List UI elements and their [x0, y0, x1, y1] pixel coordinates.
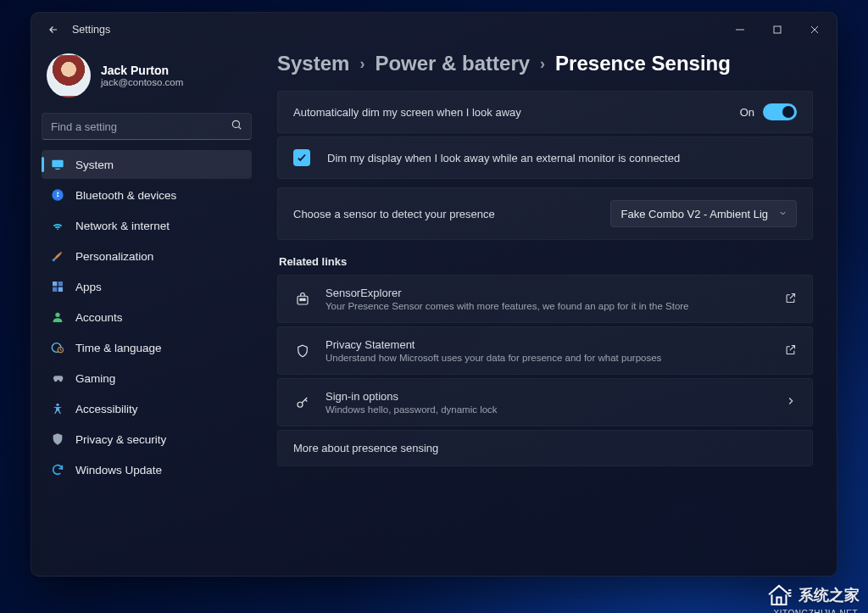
person-icon	[50, 309, 65, 325]
sidebar-item-gaming[interactable]: Gaming	[42, 364, 252, 393]
watermark: 系统之家 XITONGZHIJIA.NET	[765, 582, 860, 608]
gamepad-icon	[50, 371, 65, 386]
nav-list: System Bluetooth & devices Network & int…	[42, 150, 252, 484]
sidebar-item-label: Gaming	[75, 372, 115, 385]
breadcrumb: System › Power & battery › Presence Sens…	[277, 52, 813, 75]
setting-label: Choose a sensor to detect your presence	[293, 208, 597, 220]
sidebar-item-label: Network & internet	[75, 220, 170, 232]
profile-name: Jack Purton	[101, 64, 183, 77]
sidebar-item-label: Accessibility	[75, 403, 138, 415]
checkbox[interactable]	[293, 149, 310, 166]
related-link-subtitle: Windows hello, password, dynamic lock	[326, 404, 771, 415]
chevron-down-icon	[778, 208, 787, 220]
main-content: System › Power & battery › Presence Sens…	[262, 47, 837, 576]
sidebar-item-label: Windows Update	[75, 464, 162, 476]
setting-auto-dim-group: Automatically dim my screen when I look …	[277, 91, 813, 133]
sidebar-item-label: System	[75, 159, 114, 171]
setting-label: Automatically dim my screen when I look …	[293, 106, 726, 119]
related-link-more[interactable]: More about presence sensing	[277, 430, 813, 466]
sidebar-item-update[interactable]: Windows Update	[42, 455, 252, 484]
setting-dim-external[interactable]: Dim my display when I look away while an…	[277, 137, 813, 179]
watermark-url: XITONGZHIJIA.NET	[774, 609, 859, 613]
related-link-sensorexplorer[interactable]: SensorExplorer Your Presence Sensor come…	[277, 275, 813, 323]
display-icon	[50, 157, 65, 172]
svg-point-5	[53, 259, 55, 261]
window-title: Settings	[72, 24, 110, 36]
sidebar-item-label: Bluetooth & devices	[75, 189, 176, 202]
shield-outline-icon	[293, 343, 312, 359]
globe-clock-icon	[50, 340, 65, 355]
sidebar-item-label: Apps	[75, 281, 102, 293]
shield-icon	[50, 432, 65, 447]
sidebar: Jack Purton jack@contoso.com System Blue…	[31, 47, 262, 576]
sidebar-item-system[interactable]: System	[42, 150, 252, 179]
dropdown-value: Fake Combo V2 - Ambient Lig	[621, 208, 768, 220]
sidebar-item-label: Personalization	[75, 250, 153, 263]
chevron-right-icon	[785, 395, 797, 410]
svg-rect-7	[58, 281, 63, 286]
svg-rect-8	[53, 287, 57, 292]
accessibility-icon	[50, 401, 65, 416]
sidebar-item-accounts[interactable]: Accounts	[42, 303, 252, 332]
related-link-title: Privacy Statement	[326, 338, 771, 351]
breadcrumb-level1[interactable]: System	[277, 52, 349, 75]
svg-rect-3	[55, 169, 59, 170]
bluetooth-icon	[50, 187, 65, 203]
related-link-subtitle: Understand how Microsoft uses your data …	[326, 353, 771, 363]
related-link-privacy[interactable]: Privacy Statement Understand how Microso…	[277, 326, 813, 375]
svg-point-17	[298, 402, 303, 407]
sidebar-item-network[interactable]: Network & internet	[42, 211, 252, 240]
key-icon	[293, 395, 312, 410]
search-icon	[231, 119, 242, 134]
svg-point-1	[232, 120, 239, 127]
avatar	[47, 53, 91, 98]
sidebar-item-personalization[interactable]: Personalization	[42, 242, 252, 270]
sidebar-item-time-language[interactable]: Time & language	[42, 333, 252, 362]
svg-rect-2	[52, 160, 63, 168]
related-link-signin[interactable]: Sign-in options Windows hello, password,…	[277, 378, 813, 426]
search-box[interactable]	[42, 113, 252, 140]
svg-rect-15	[300, 298, 302, 300]
titlebar: Settings	[31, 13, 837, 47]
sidebar-item-apps[interactable]: Apps	[42, 272, 252, 301]
sensor-dropdown[interactable]: Fake Combo V2 - Ambient Lig	[610, 200, 797, 227]
sidebar-item-bluetooth[interactable]: Bluetooth & devices	[42, 181, 252, 209]
store-icon	[293, 292, 312, 307]
profile-email: jack@contoso.com	[101, 77, 183, 87]
open-external-icon	[784, 343, 797, 359]
setting-choose-sensor: Choose a sensor to detect your presence …	[277, 187, 813, 240]
search-input[interactable]	[51, 120, 231, 133]
update-icon	[50, 462, 65, 477]
toggle-state-text: On	[740, 106, 754, 119]
close-button[interactable]	[796, 16, 833, 43]
sidebar-item-label: Time & language	[75, 342, 162, 354]
apps-icon	[50, 279, 65, 294]
svg-point-10	[55, 313, 59, 317]
toggle-switch[interactable]	[763, 103, 797, 120]
back-button[interactable]	[42, 18, 65, 42]
svg-rect-18	[776, 598, 781, 605]
watermark-text: 系统之家	[798, 585, 860, 605]
minimize-button[interactable]	[721, 16, 759, 43]
svg-point-13	[56, 404, 58, 406]
svg-rect-6	[53, 281, 57, 286]
sidebar-item-privacy[interactable]: Privacy & security	[42, 425, 252, 454]
wifi-icon	[50, 218, 65, 233]
open-external-icon	[784, 292, 797, 307]
maximize-button[interactable]	[759, 16, 796, 43]
chevron-right-icon: ›	[359, 55, 364, 73]
related-link-title: Sign-in options	[326, 390, 771, 403]
breadcrumb-level2[interactable]: Power & battery	[375, 52, 530, 75]
svg-rect-0	[774, 26, 781, 33]
svg-rect-9	[58, 287, 63, 292]
sidebar-item-accessibility[interactable]: Accessibility	[42, 394, 252, 423]
setting-auto-dim[interactable]: Automatically dim my screen when I look …	[278, 92, 812, 132]
sidebar-item-label: Accounts	[75, 311, 123, 324]
profile-block[interactable]: Jack Purton jack@contoso.com	[42, 50, 252, 109]
chevron-right-icon: ›	[540, 55, 545, 73]
setting-label: Dim my display when I look away while an…	[324, 152, 797, 164]
related-link-subtitle: Your Presence Sensor comes with more fea…	[326, 301, 771, 311]
settings-window: Settings Jack Purton jack@contoso.com	[31, 12, 837, 577]
breadcrumb-current: Presence Sensing	[555, 52, 731, 75]
svg-rect-14	[298, 296, 308, 304]
